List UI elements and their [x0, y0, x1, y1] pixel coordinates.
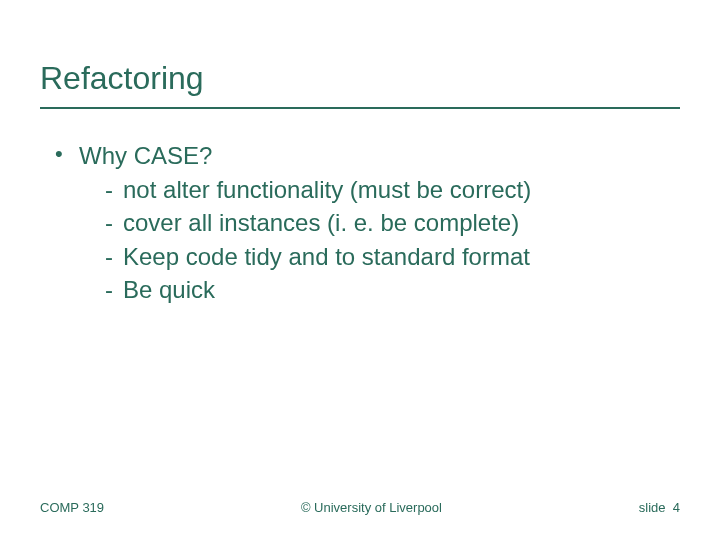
sub-list: - not alter functionality (must be corre…: [55, 173, 680, 307]
sub-item: - cover all instances (i. e. be complete…: [105, 206, 680, 240]
footer-left: COMP 319: [40, 500, 104, 515]
slide-title: Refactoring: [40, 60, 680, 109]
footer-slide-number: 4: [673, 500, 680, 515]
dash-icon: -: [105, 206, 123, 240]
sub-item: - Be quick: [105, 273, 680, 307]
footer-center: © University of Liverpool: [104, 500, 639, 515]
sub-item: - not alter functionality (must be corre…: [105, 173, 680, 207]
slide-content: • Why CASE? - not alter functionality (m…: [40, 139, 680, 307]
sub-item-text: Be quick: [123, 273, 215, 307]
sub-item-text: cover all instances (i. e. be complete): [123, 206, 519, 240]
sub-item-text: Keep code tidy and to standard format: [123, 240, 530, 274]
slide-container: Refactoring • Why CASE? - not alter func…: [0, 0, 720, 540]
bullet-label: Why CASE?: [79, 139, 680, 173]
footer-right-prefix: slide: [639, 500, 666, 515]
dash-icon: -: [105, 240, 123, 274]
sub-item: - Keep code tidy and to standard format: [105, 240, 680, 274]
bullet-dot-icon: •: [55, 139, 79, 170]
bullet-item: • Why CASE?: [55, 139, 680, 173]
sub-item-text: not alter functionality (must be correct…: [123, 173, 531, 207]
dash-icon: -: [105, 273, 123, 307]
footer-right: slide 4: [639, 500, 680, 515]
dash-icon: -: [105, 173, 123, 207]
slide-footer: COMP 319 © University of Liverpool slide…: [40, 500, 680, 515]
